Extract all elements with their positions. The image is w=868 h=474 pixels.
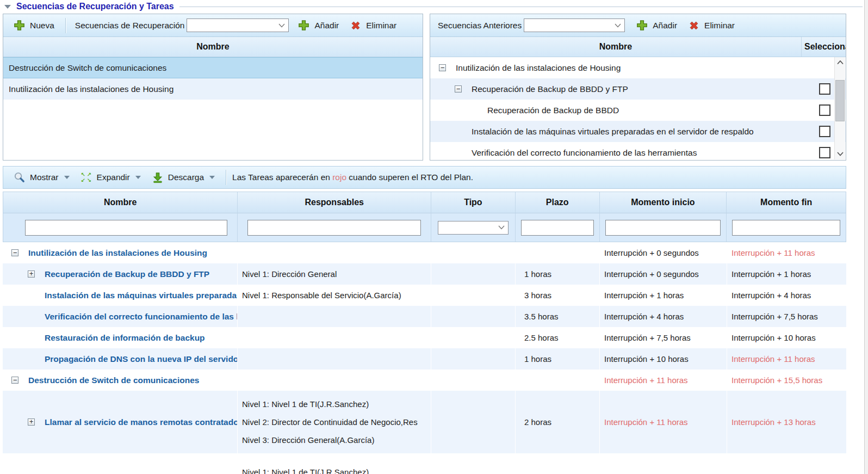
task-row[interactable]: −Inutilización de las instalaciones de H… — [3, 242, 846, 263]
new-sequence-button[interactable]: Nueva — [8, 19, 60, 32]
column-header-nombre[interactable]: Nombre — [430, 37, 801, 57]
previous-sequence-row[interactable]: Instalación de las máquinas virtuales pr… — [430, 121, 846, 142]
cell-tipo — [431, 370, 516, 391]
task-name-link[interactable]: Propagación de DNS con la nueva IP del s… — [45, 354, 238, 364]
recovery-sequences-select[interactable] — [187, 19, 289, 32]
download-icon — [152, 171, 164, 183]
collapse-toggle-icon[interactable]: − — [439, 64, 446, 71]
task-name-link[interactable]: Recuperación de Backup de BBDD y FTP — [45, 269, 209, 279]
task-name-link[interactable]: Destrucción de Switch de comunicaciones — [28, 375, 199, 385]
collapse-toggle-icon[interactable]: − — [11, 249, 18, 256]
chevron-down-icon — [615, 23, 621, 28]
task-name-link[interactable]: Inutilización de las instalaciones de Ho… — [28, 248, 207, 258]
delete-sequence-button[interactable]: Eliminar — [344, 20, 402, 32]
filter-tipo-select[interactable] — [438, 221, 509, 235]
previous-sequence-row[interactable]: Verificación del correcto funcionamiento… — [430, 142, 846, 161]
responsable-entry: Nivel 1: Nivel 1 de TI(J.R.Sanchez) — [242, 467, 369, 474]
previous-sequence-row[interactable]: −Recuperación de Backup de BBDD y FTP — [430, 78, 846, 100]
task-row[interactable]: Restauración de información de backup2.5… — [3, 327, 846, 348]
magnifier-icon — [13, 171, 26, 184]
column-header-momento-inicio[interactable]: Momento inicio — [600, 192, 727, 213]
cell-plazo: 2 horas — [516, 391, 600, 453]
column-header-tipo[interactable]: Tipo — [431, 192, 516, 213]
filter-responsables-input[interactable] — [247, 220, 421, 236]
column-header-seleccionar[interactable]: Seleccionar — [801, 37, 846, 57]
sequence-row[interactable]: Destrucción de Switch de comunicaciones — [3, 57, 423, 78]
select-checkbox[interactable] — [819, 147, 830, 158]
add-sequence-button[interactable]: Añadir — [292, 19, 344, 32]
responsable-entry: Nivel 1: Nivel 1 de TI(J.R.Sanchez) — [242, 399, 369, 410]
column-header-momento-fin[interactable]: Momento fin — [727, 192, 846, 213]
collapse-toggle-icon[interactable]: − — [11, 377, 18, 384]
collapse-triangle-icon[interactable] — [4, 5, 11, 9]
task-name-link[interactable]: Restauración de información de backup — [45, 333, 205, 343]
cell-plazo: 1 horas — [516, 348, 600, 370]
select-checkbox[interactable] — [819, 104, 830, 116]
cell-tipo — [431, 348, 516, 370]
cell-nombre: Instalación de las máquinas virtuales pr… — [3, 285, 238, 306]
task-row[interactable]: Verificación del correcto funcionamiento… — [3, 306, 846, 327]
task-row[interactable]: Propagación de DNS con la nueva IP del s… — [3, 348, 846, 370]
task-row[interactable]: Nivel 1: Nivel 1 de TI(J.R.Sanchez) — [3, 453, 846, 474]
column-header-nombre[interactable]: Nombre — [3, 37, 423, 57]
cell-momento-fin: Interrupción + 13 horas — [727, 391, 846, 453]
task-name-link[interactable]: Verificación del correcto funcionamiento… — [45, 312, 238, 322]
scrollbar-thumb[interactable] — [835, 80, 845, 121]
dropdown-caret-icon — [64, 176, 70, 179]
filter-cell-momento-inicio — [600, 213, 727, 242]
scroll-down-icon[interactable] — [835, 150, 845, 158]
select-checkbox[interactable] — [819, 83, 830, 95]
tree-node-label: Recuperación de Backup de BBDD y FTP — [472, 84, 628, 94]
indent-spacer — [28, 334, 35, 341]
download-button[interactable]: Descarga — [146, 171, 220, 183]
recovery-sequences-panel: Nueva Secuencias de Recuperación Añadir — [3, 14, 423, 161]
task-row[interactable]: +Recuperación de Backup de BBDD y FTPNiv… — [3, 263, 846, 285]
column-header-responsables[interactable]: Responsables — [238, 192, 431, 213]
previous-sequences-select[interactable] — [524, 19, 625, 32]
cell-plazo: 2.5 horas — [516, 327, 600, 348]
previous-sequence-row[interactable]: −Inutilización de las instalaciones de H… — [430, 57, 846, 78]
collapse-toggle-icon[interactable]: − — [455, 85, 462, 93]
expand-button[interactable]: ↖↗↙↘ Expandir — [75, 171, 146, 183]
task-name-link[interactable]: Instalación de las máquinas virtuales pr… — [45, 291, 238, 300]
task-row[interactable]: Instalación de las máquinas virtuales pr… — [3, 285, 846, 306]
cell-plazo: 1 horas — [516, 263, 600, 285]
dropdown-caret-icon — [135, 176, 141, 179]
show-button[interactable]: Mostrar — [8, 171, 75, 184]
tree-scrollbar[interactable] — [834, 57, 845, 159]
task-row[interactable]: −Destrucción de Switch de comunicaciones… — [3, 370, 846, 391]
filter-plazo-input[interactable] — [521, 220, 594, 236]
previous-sequence-row[interactable]: Recuperación de Backup de BBDD — [430, 100, 846, 121]
app-root: Secuencias de Recuperación y Tareas Nuev… — [0, 0, 868, 474]
expand-toggle-icon[interactable]: + — [28, 270, 35, 278]
task-row[interactable]: +Llamar al servicio de manos remotas con… — [3, 391, 846, 453]
tree-header-row: Nombre Seleccionar — [430, 37, 846, 57]
filter-momento-inicio-input[interactable] — [605, 220, 721, 236]
tasks-header-row: Nombre Responsables Tipo Plazo Momento i… — [3, 192, 846, 213]
indent-spacer — [455, 149, 462, 156]
cell-momento-fin: Interrupción + 11 horas — [727, 242, 846, 263]
page-scrollbar-gutter[interactable] — [864, 0, 868, 474]
scroll-up-icon[interactable] — [835, 58, 845, 67]
column-header-nombre[interactable]: Nombre — [3, 192, 238, 213]
filter-momento-fin-input[interactable] — [732, 220, 840, 236]
responsable-entry: Nivel 1: Dirección General — [242, 269, 337, 280]
delete-previous-button[interactable]: Eliminar — [683, 20, 740, 32]
filter-nombre-input[interactable] — [25, 220, 227, 236]
sequence-row[interactable]: Inutilización de las instalaciones de Ho… — [3, 78, 423, 100]
cell-momento-inicio — [600, 453, 727, 474]
expand-toggle-icon[interactable]: + — [28, 418, 35, 426]
plus-icon — [13, 19, 26, 32]
add-previous-button[interactable]: Añadir — [630, 19, 683, 32]
cell-nombre — [3, 453, 238, 474]
cell-momento-fin: Interrupción + 11 horas — [727, 348, 846, 370]
select-checkbox[interactable] — [819, 126, 830, 137]
cell-nombre: +Recuperación de Backup de BBDD y FTP — [3, 263, 238, 285]
tree-node-label: Instalación de las máquinas virtuales pr… — [472, 127, 754, 137]
column-header-plazo[interactable]: Plazo — [516, 192, 600, 213]
cell-momento-fin — [727, 453, 846, 474]
show-button-label: Mostrar — [30, 173, 59, 182]
cell-momento-inicio: Interrupción + 11 horas — [600, 370, 727, 391]
expand-button-label: Expandir — [97, 173, 130, 182]
task-name-link[interactable]: Llamar al servicio de manos remotas cont… — [45, 417, 238, 427]
